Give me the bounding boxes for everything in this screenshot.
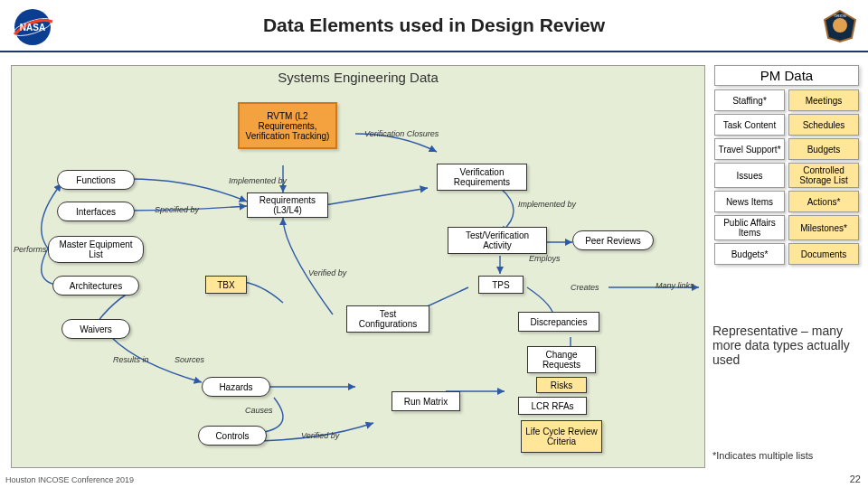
pm-milestones: Milestones* — [788, 215, 859, 240]
pm-documents: Documents — [788, 243, 859, 265]
lbl-verif-closures: Verification Closures — [364, 129, 439, 138]
pm-actions: Actions* — [788, 191, 859, 212]
lbl-implemented-by: Implemented by — [229, 176, 287, 185]
node-requirements: Requirements (L3/L4) — [247, 192, 328, 218]
lbl-employs: Employs — [529, 254, 561, 263]
node-mel: Master Equipment List — [48, 236, 144, 263]
pm-travel: Travel Support* — [714, 138, 785, 160]
svg-text:NASA: NASA — [20, 23, 45, 33]
svg-point-3 — [833, 18, 847, 33]
node-lcrrfa: LCR RFAs — [518, 397, 587, 415]
node-rvtm: RVTM (L2 Requirements, Verification Trac… — [238, 102, 337, 149]
lbl-causes: Causes — [245, 406, 273, 415]
lbl-verified-by: Verified by — [308, 268, 346, 277]
se-title: Systems Engineering Data — [12, 66, 704, 89]
pm-budgets2: Budgets* — [714, 243, 785, 265]
mission-patch-icon: ORION — [821, 9, 859, 47]
lbl-creates: Creates — [571, 283, 599, 292]
lbl-many-links: Many links — [656, 281, 694, 290]
pm-panel: PM Data Staffing* Meetings Task Content … — [714, 65, 859, 265]
node-ver-req: Verification Requirements — [437, 164, 527, 191]
pm-grid: Staffing* Meetings Task Content Schedule… — [714, 89, 859, 265]
pm-issues: Issues — [714, 163, 785, 188]
lbl-verified-by-2: Verified by — [301, 431, 339, 440]
node-tps: TPS — [478, 276, 524, 294]
pm-csl: Controlled Storage List — [788, 163, 859, 188]
lbl-implemented-by-2: Implemented by — [518, 200, 576, 209]
pm-staffing: Staffing* — [714, 89, 785, 111]
lbl-results-in: Results in — [113, 355, 149, 364]
node-peer: Peer Reviews — [572, 230, 654, 250]
node-discrep: Discrepancies — [518, 312, 599, 332]
node-runmatrix: Run Matrix — [392, 391, 460, 411]
node-tbx: TBX — [205, 276, 247, 294]
svg-text:ORION: ORION — [834, 14, 845, 18]
pm-budgets: Budgets — [788, 138, 859, 160]
pm-task-content: Task Content — [714, 114, 785, 136]
arrows — [12, 66, 706, 469]
node-hazards: Hazards — [202, 377, 270, 397]
pm-schedules: Schedules — [788, 114, 859, 136]
footer-text: Houston INCOSE Conference 2019 — [5, 475, 134, 484]
node-waivers: Waivers — [61, 319, 130, 339]
node-risks: Risks — [536, 377, 587, 393]
node-functions: Functions — [57, 170, 135, 190]
node-lifecycle: Life Cycle Review Criteria — [521, 420, 602, 453]
lbl-specified-by: Specified by — [155, 205, 199, 214]
nasa-logo: NASA — [9, 7, 56, 51]
node-tva: Test/Verification Activity — [448, 227, 547, 254]
page-title: Data Elements used in Design Review — [263, 14, 605, 36]
lbl-performs: Performs — [14, 245, 47, 254]
node-architectures: Architectures — [52, 276, 139, 296]
note-representative: Representative – many more data types ac… — [712, 324, 857, 367]
pm-news: News Items — [714, 191, 785, 212]
node-changereq: Change Requests — [527, 346, 596, 373]
pm-pa: Public Affairs Items — [714, 215, 785, 240]
se-panel: Systems Engineering Data — [11, 65, 705, 468]
pm-title: PM Data — [714, 65, 859, 86]
note-asterisk: *Indicates multiple lists — [712, 450, 857, 461]
page-number: 22 — [850, 474, 861, 484]
node-controls: Controls — [198, 426, 267, 446]
node-testconfig: Test Configurations — [346, 305, 429, 333]
node-interfaces: Interfaces — [57, 202, 135, 221]
lbl-sources: Sources — [175, 355, 204, 364]
pm-meetings: Meetings — [788, 89, 859, 111]
